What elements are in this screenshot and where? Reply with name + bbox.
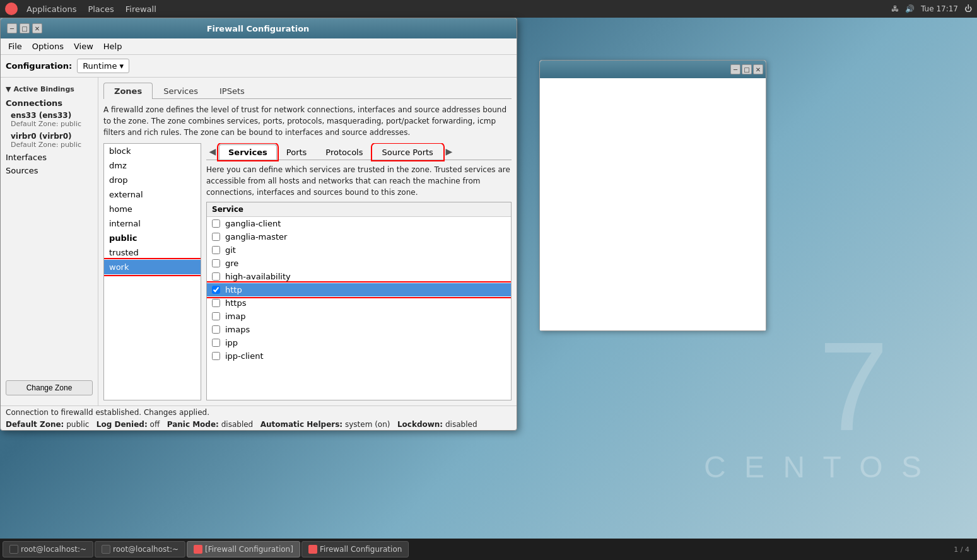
page-indicator: 1 / 4: [954, 545, 974, 554]
taskbar-item-firewall1[interactable]: [Firewall Configuration]: [187, 541, 300, 557]
tab-zones[interactable]: Zones: [103, 83, 153, 99]
service-row-high-availability[interactable]: high-availability: [207, 270, 511, 283]
checkbox-imap[interactable]: [212, 312, 220, 320]
menu-view[interactable]: View: [69, 40, 98, 52]
service-list: Service ganglia-client ganglia-master gi…: [206, 202, 512, 400]
sidebar-item-ens33[interactable]: ens33 (ens33) Default Zone: public: [1, 109, 98, 130]
zone-block[interactable]: block: [104, 144, 201, 158]
log-denied-value: off: [150, 420, 160, 429]
bg-close-btn[interactable]: ✕: [753, 64, 763, 74]
checkbox-imaps[interactable]: [212, 325, 220, 334]
service-row-ipp[interactable]: ipp: [207, 336, 511, 349]
firewall2-label: Firewall Configuration: [320, 545, 402, 554]
active-bindings-header: ▼ Active Bindings: [1, 83, 98, 96]
taskbar-bottom: root@localhost:~ root@localhost:~ [Firew…: [0, 539, 977, 560]
inner-area: block dmz drop external home internal pu…: [103, 143, 512, 400]
zone-trusted[interactable]: trusted: [104, 245, 201, 260]
close-button[interactable]: ✕: [32, 23, 42, 33]
sidebar: ▼ Active Bindings Connections ens33 (ens…: [1, 78, 98, 405]
ens33-zone: Default Zone: public: [11, 120, 93, 128]
zone-public[interactable]: public: [104, 231, 201, 245]
service-row-git[interactable]: git: [207, 243, 511, 257]
terminal1-icon: [9, 545, 18, 554]
zone-drop[interactable]: drop: [104, 173, 201, 187]
service-tabs: ◀ Services Ports Protocols Source Ports …: [206, 143, 512, 160]
menu-help[interactable]: Help: [98, 40, 127, 52]
window-title: Firewall Configuration: [42, 24, 474, 33]
lockdown-label: Lockdown:: [397, 420, 443, 429]
bg-maximize-btn[interactable]: □: [742, 64, 752, 74]
bg-window: ─ □ ✕: [539, 60, 766, 331]
stab-arrow-left[interactable]: ◀: [206, 143, 219, 160]
tab-services[interactable]: Services: [153, 83, 209, 99]
panic-mode-label: Panic Mode:: [167, 420, 219, 429]
stab-services[interactable]: Services: [219, 144, 277, 160]
titlebar-buttons: ─ □ ✕: [6, 23, 42, 33]
stab-source-ports[interactable]: Source Ports: [373, 144, 443, 160]
taskbar-item-terminal1[interactable]: root@localhost:~: [3, 541, 93, 557]
service-row-imap[interactable]: imap: [207, 310, 511, 323]
service-name-ipp: ipp: [225, 338, 238, 347]
volume-icon: 🔊: [905, 4, 915, 13]
checkbox-https[interactable]: [212, 299, 220, 307]
service-row-ganglia-client[interactable]: ganglia-client: [207, 217, 511, 230]
taskbar-item-firewall2[interactable]: Firewall Configuration: [301, 541, 409, 557]
checkbox-git[interactable]: [212, 246, 220, 254]
service-name-git: git: [225, 245, 236, 255]
taskbar-item-terminal2[interactable]: root@localhost:~: [95, 541, 185, 557]
checkbox-ganglia-client[interactable]: [212, 219, 220, 228]
zones-description: A firewalld zone defines the level of tr…: [103, 104, 512, 138]
stab-protocols[interactable]: Protocols: [316, 144, 372, 160]
minimize-button[interactable]: ─: [7, 23, 17, 33]
bg-window-body: [540, 78, 766, 330]
stab-arrow-right[interactable]: ▶: [443, 143, 455, 160]
menu-options[interactable]: Options: [27, 40, 69, 52]
terminal1-label: root@localhost:~: [21, 545, 86, 554]
menu-firewall[interactable]: Firewall: [120, 3, 161, 15]
service-list-header: Service: [207, 202, 511, 217]
service-row-ipp-client[interactable]: ipp-client: [207, 349, 511, 363]
service-row-https[interactable]: https: [207, 296, 511, 310]
zone-home[interactable]: home: [104, 202, 201, 216]
main-panel: Zones Services IPSets A firewalld zone d…: [98, 78, 517, 405]
firewall1-label: [Firewall Configuration]: [205, 545, 293, 554]
menu-applications[interactable]: Applications: [21, 3, 81, 15]
change-zone-button[interactable]: Change Zone: [6, 380, 93, 395]
lockdown-value: disabled: [445, 420, 477, 429]
sidebar-item-sources[interactable]: Sources: [1, 164, 98, 177]
zone-internal[interactable]: internal: [104, 216, 201, 231]
service-row-http[interactable]: http: [207, 283, 511, 296]
tab-ipsets[interactable]: IPSets: [209, 83, 255, 99]
service-row-imaps[interactable]: imaps: [207, 323, 511, 336]
services-description: Here you can define which services are t…: [206, 164, 512, 198]
default-zone-label: Default Zone:: [6, 420, 64, 429]
menu-file[interactable]: File: [3, 40, 27, 52]
stab-ports[interactable]: Ports: [277, 144, 317, 160]
checkbox-ipp-client[interactable]: [212, 352, 220, 360]
dropdown-arrow-icon: ▾: [119, 61, 124, 71]
bg-minimize-btn[interactable]: ─: [730, 64, 740, 74]
chevron-down-icon: ▼: [6, 85, 11, 93]
checkbox-ipp[interactable]: [212, 339, 220, 347]
sidebar-item-interfaces[interactable]: Interfaces: [1, 151, 98, 164]
service-name-imap: imap: [225, 312, 246, 321]
sidebar-item-virbr0[interactable]: virbr0 (virbr0) Default Zone: public: [1, 130, 98, 151]
runtime-dropdown[interactable]: Runtime ▾: [77, 59, 129, 73]
service-row-gre[interactable]: gre: [207, 257, 511, 270]
runtime-label: Runtime: [83, 61, 117, 71]
checkbox-ganglia-master[interactable]: [212, 233, 220, 241]
checkbox-http[interactable]: [212, 286, 220, 294]
maximize-button[interactable]: □: [20, 23, 30, 33]
taskbar-top-right: 🖧 🔊 Tue 17:17 ⏻: [891, 4, 972, 13]
main-window: ─ □ ✕ Firewall Configuration File Option…: [0, 18, 517, 431]
menu-places[interactable]: Places: [83, 3, 119, 15]
network-icon: 🖧: [891, 4, 899, 13]
zone-work[interactable]: work: [104, 260, 201, 274]
app-icon: [5, 3, 18, 15]
checkbox-high-availability[interactable]: [212, 272, 220, 281]
zone-external[interactable]: external: [104, 187, 201, 202]
service-row-ganglia-master[interactable]: ganglia-master: [207, 230, 511, 243]
zone-dmz[interactable]: dmz: [104, 158, 201, 173]
checkbox-gre[interactable]: [212, 259, 220, 267]
power-icon[interactable]: ⏻: [964, 4, 972, 13]
